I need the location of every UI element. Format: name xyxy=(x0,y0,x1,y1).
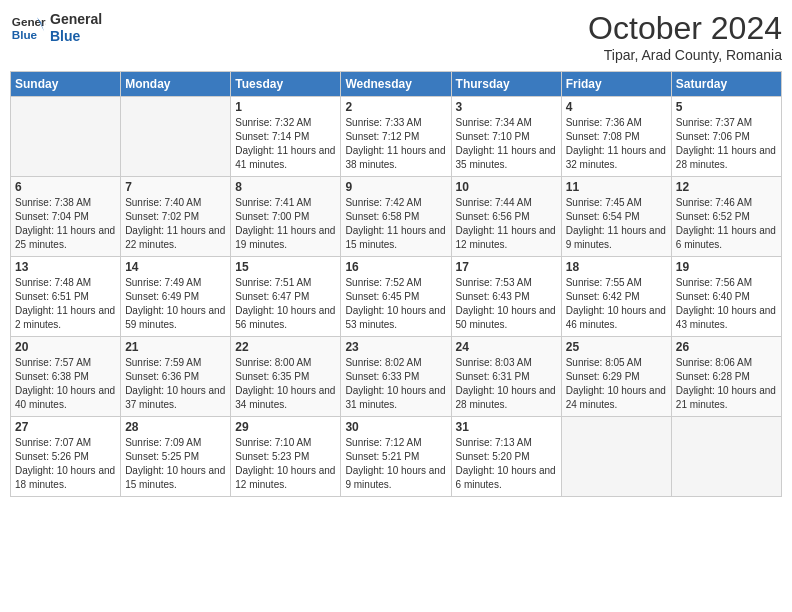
calendar-week-4: 20Sunrise: 7:57 AMSunset: 6:38 PMDayligh… xyxy=(11,337,782,417)
calendar-cell: 16Sunrise: 7:52 AMSunset: 6:45 PMDayligh… xyxy=(341,257,451,337)
day-number: 23 xyxy=(345,340,446,354)
svg-text:General: General xyxy=(12,15,46,28)
day-number: 11 xyxy=(566,180,667,194)
calendar-cell: 2Sunrise: 7:33 AMSunset: 7:12 PMDaylight… xyxy=(341,97,451,177)
calendar-cell: 23Sunrise: 8:02 AMSunset: 6:33 PMDayligh… xyxy=(341,337,451,417)
day-number: 30 xyxy=(345,420,446,434)
day-number: 22 xyxy=(235,340,336,354)
day-info: Sunrise: 7:10 AMSunset: 5:23 PMDaylight:… xyxy=(235,436,336,492)
calendar-cell: 15Sunrise: 7:51 AMSunset: 6:47 PMDayligh… xyxy=(231,257,341,337)
day-info: Sunrise: 7:36 AMSunset: 7:08 PMDaylight:… xyxy=(566,116,667,172)
day-number: 4 xyxy=(566,100,667,114)
header-row: SundayMondayTuesdayWednesdayThursdayFrid… xyxy=(11,72,782,97)
day-number: 26 xyxy=(676,340,777,354)
day-info: Sunrise: 7:13 AMSunset: 5:20 PMDaylight:… xyxy=(456,436,557,492)
day-info: Sunrise: 7:32 AMSunset: 7:14 PMDaylight:… xyxy=(235,116,336,172)
calendar-cell: 10Sunrise: 7:44 AMSunset: 6:56 PMDayligh… xyxy=(451,177,561,257)
month-title: October 2024 xyxy=(588,10,782,47)
day-number: 5 xyxy=(676,100,777,114)
day-info: Sunrise: 7:56 AMSunset: 6:40 PMDaylight:… xyxy=(676,276,777,332)
day-number: 1 xyxy=(235,100,336,114)
page-header: General Blue GeneralBlue October 2024 Ti… xyxy=(10,10,782,63)
day-number: 3 xyxy=(456,100,557,114)
day-info: Sunrise: 7:51 AMSunset: 6:47 PMDaylight:… xyxy=(235,276,336,332)
day-number: 2 xyxy=(345,100,446,114)
col-header-monday: Monday xyxy=(121,72,231,97)
calendar-week-2: 6Sunrise: 7:38 AMSunset: 7:04 PMDaylight… xyxy=(11,177,782,257)
day-number: 18 xyxy=(566,260,667,274)
calendar-cell: 7Sunrise: 7:40 AMSunset: 7:02 PMDaylight… xyxy=(121,177,231,257)
calendar-cell: 22Sunrise: 8:00 AMSunset: 6:35 PMDayligh… xyxy=(231,337,341,417)
calendar-cell: 3Sunrise: 7:34 AMSunset: 7:10 PMDaylight… xyxy=(451,97,561,177)
day-number: 10 xyxy=(456,180,557,194)
calendar-cell: 21Sunrise: 7:59 AMSunset: 6:36 PMDayligh… xyxy=(121,337,231,417)
day-info: Sunrise: 7:09 AMSunset: 5:25 PMDaylight:… xyxy=(125,436,226,492)
day-info: Sunrise: 8:00 AMSunset: 6:35 PMDaylight:… xyxy=(235,356,336,412)
day-info: Sunrise: 7:42 AMSunset: 6:58 PMDaylight:… xyxy=(345,196,446,252)
day-info: Sunrise: 7:55 AMSunset: 6:42 PMDaylight:… xyxy=(566,276,667,332)
day-info: Sunrise: 7:44 AMSunset: 6:56 PMDaylight:… xyxy=(456,196,557,252)
calendar-cell: 28Sunrise: 7:09 AMSunset: 5:25 PMDayligh… xyxy=(121,417,231,497)
calendar-cell: 9Sunrise: 7:42 AMSunset: 6:58 PMDaylight… xyxy=(341,177,451,257)
day-number: 14 xyxy=(125,260,226,274)
col-header-sunday: Sunday xyxy=(11,72,121,97)
day-number: 9 xyxy=(345,180,446,194)
calendar-cell: 19Sunrise: 7:56 AMSunset: 6:40 PMDayligh… xyxy=(671,257,781,337)
calendar-cell: 12Sunrise: 7:46 AMSunset: 6:52 PMDayligh… xyxy=(671,177,781,257)
col-header-friday: Friday xyxy=(561,72,671,97)
calendar-cell: 8Sunrise: 7:41 AMSunset: 7:00 PMDaylight… xyxy=(231,177,341,257)
day-number: 13 xyxy=(15,260,116,274)
day-number: 15 xyxy=(235,260,336,274)
day-info: Sunrise: 7:48 AMSunset: 6:51 PMDaylight:… xyxy=(15,276,116,332)
calendar-week-5: 27Sunrise: 7:07 AMSunset: 5:26 PMDayligh… xyxy=(11,417,782,497)
calendar-cell xyxy=(561,417,671,497)
day-number: 24 xyxy=(456,340,557,354)
calendar-cell: 27Sunrise: 7:07 AMSunset: 5:26 PMDayligh… xyxy=(11,417,121,497)
calendar-cell: 20Sunrise: 7:57 AMSunset: 6:38 PMDayligh… xyxy=(11,337,121,417)
day-info: Sunrise: 7:57 AMSunset: 6:38 PMDaylight:… xyxy=(15,356,116,412)
calendar-cell: 31Sunrise: 7:13 AMSunset: 5:20 PMDayligh… xyxy=(451,417,561,497)
calendar-cell: 1Sunrise: 7:32 AMSunset: 7:14 PMDaylight… xyxy=(231,97,341,177)
day-info: Sunrise: 7:53 AMSunset: 6:43 PMDaylight:… xyxy=(456,276,557,332)
day-number: 31 xyxy=(456,420,557,434)
day-info: Sunrise: 7:41 AMSunset: 7:00 PMDaylight:… xyxy=(235,196,336,252)
day-info: Sunrise: 7:49 AMSunset: 6:49 PMDaylight:… xyxy=(125,276,226,332)
day-info: Sunrise: 8:02 AMSunset: 6:33 PMDaylight:… xyxy=(345,356,446,412)
calendar-cell: 6Sunrise: 7:38 AMSunset: 7:04 PMDaylight… xyxy=(11,177,121,257)
calendar-table: SundayMondayTuesdayWednesdayThursdayFrid… xyxy=(10,71,782,497)
calendar-cell: 25Sunrise: 8:05 AMSunset: 6:29 PMDayligh… xyxy=(561,337,671,417)
calendar-cell: 14Sunrise: 7:49 AMSunset: 6:49 PMDayligh… xyxy=(121,257,231,337)
day-number: 28 xyxy=(125,420,226,434)
calendar-cell: 11Sunrise: 7:45 AMSunset: 6:54 PMDayligh… xyxy=(561,177,671,257)
day-number: 20 xyxy=(15,340,116,354)
day-info: Sunrise: 7:34 AMSunset: 7:10 PMDaylight:… xyxy=(456,116,557,172)
col-header-tuesday: Tuesday xyxy=(231,72,341,97)
day-info: Sunrise: 7:07 AMSunset: 5:26 PMDaylight:… xyxy=(15,436,116,492)
day-number: 7 xyxy=(125,180,226,194)
logo-text: GeneralBlue xyxy=(50,11,102,45)
calendar-week-3: 13Sunrise: 7:48 AMSunset: 6:51 PMDayligh… xyxy=(11,257,782,337)
calendar-week-1: 1Sunrise: 7:32 AMSunset: 7:14 PMDaylight… xyxy=(11,97,782,177)
day-number: 17 xyxy=(456,260,557,274)
location: Tipar, Arad County, Romania xyxy=(588,47,782,63)
day-number: 19 xyxy=(676,260,777,274)
calendar-cell: 30Sunrise: 7:12 AMSunset: 5:21 PMDayligh… xyxy=(341,417,451,497)
day-info: Sunrise: 7:52 AMSunset: 6:45 PMDaylight:… xyxy=(345,276,446,332)
day-info: Sunrise: 7:38 AMSunset: 7:04 PMDaylight:… xyxy=(15,196,116,252)
calendar-cell: 4Sunrise: 7:36 AMSunset: 7:08 PMDaylight… xyxy=(561,97,671,177)
calendar-cell: 5Sunrise: 7:37 AMSunset: 7:06 PMDaylight… xyxy=(671,97,781,177)
col-header-wednesday: Wednesday xyxy=(341,72,451,97)
calendar-cell: 24Sunrise: 8:03 AMSunset: 6:31 PMDayligh… xyxy=(451,337,561,417)
calendar-cell xyxy=(11,97,121,177)
calendar-cell: 26Sunrise: 8:06 AMSunset: 6:28 PMDayligh… xyxy=(671,337,781,417)
day-info: Sunrise: 8:06 AMSunset: 6:28 PMDaylight:… xyxy=(676,356,777,412)
day-number: 27 xyxy=(15,420,116,434)
day-number: 21 xyxy=(125,340,226,354)
logo: General Blue GeneralBlue xyxy=(10,10,102,46)
col-header-thursday: Thursday xyxy=(451,72,561,97)
day-number: 6 xyxy=(15,180,116,194)
calendar-cell: 13Sunrise: 7:48 AMSunset: 6:51 PMDayligh… xyxy=(11,257,121,337)
day-number: 12 xyxy=(676,180,777,194)
day-info: Sunrise: 7:46 AMSunset: 6:52 PMDaylight:… xyxy=(676,196,777,252)
calendar-cell: 17Sunrise: 7:53 AMSunset: 6:43 PMDayligh… xyxy=(451,257,561,337)
